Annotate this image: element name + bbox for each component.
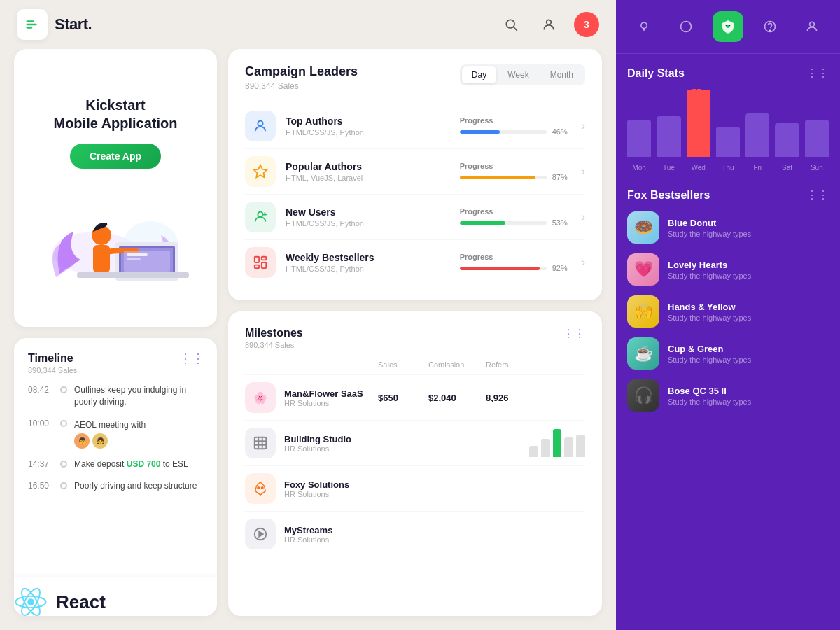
bose-qc35-image: 🎧 (627, 379, 659, 412)
nav-lightbulb-icon[interactable] (629, 11, 659, 42)
chart-bar-thu (716, 127, 740, 157)
user-icon[interactable] (536, 12, 561, 37)
new-users-info: New Users HTML/CSS/JS, Python (286, 206, 450, 227)
milestones-menu-icon[interactable]: ⋮⋮ (563, 327, 585, 340)
react-label: React (56, 592, 106, 613)
svg-point-41 (729, 24, 731, 26)
campaign-row-new-users: New Users HTML/CSS/JS, Python Progress 5… (245, 195, 585, 240)
svg-point-38 (641, 22, 647, 28)
bestseller-cup-green: ☕ Cup & Green Study the highway types (627, 337, 829, 370)
milestone-row-manflower: 🌸 Man&Flower SaaS HR Solutions $650 $2,0… (245, 375, 585, 421)
tab-group: Day Week Month (460, 64, 585, 85)
daily-stats-header: Daily Stats ⋮⋮ (627, 66, 829, 80)
tab-day[interactable]: Day (462, 66, 496, 83)
tab-month[interactable]: Month (540, 66, 583, 83)
svg-rect-15 (127, 258, 141, 260)
new-users-arrow-icon[interactable]: › (582, 211, 585, 223)
header: Start. 3 (0, 0, 616, 49)
avatar: 👦 (74, 433, 90, 449)
svg-point-21 (258, 121, 262, 126)
svg-point-40 (726, 24, 727, 26)
building-studio-icon (245, 428, 276, 458)
nav-question-icon[interactable] (755, 11, 785, 42)
svg-rect-16 (77, 272, 189, 278)
chart-bar-mon (627, 120, 651, 157)
weekly-bestsellers-progress: Progress 92% (460, 253, 572, 272)
mystreams-icon (245, 519, 276, 550)
manflower-icon: 🌸 (245, 382, 276, 413)
chart-bar-sat (775, 123, 799, 157)
left-column: Kickstart Mobile Application Create App (14, 49, 217, 616)
building-studio-chart (529, 429, 585, 457)
nav-fox-icon[interactable] (713, 11, 743, 42)
chart-bar-fri (746, 113, 769, 157)
campaign-row-weekly-bestsellers: Weekly Bestsellers HTML/CSS/JS, Python P… (245, 240, 585, 285)
svg-rect-28 (255, 265, 259, 269)
notification-badge[interactable]: 3 (574, 12, 599, 37)
fox-bestsellers-header: Fox Bestsellers ⋮⋮ (627, 188, 829, 202)
nav-user-icon[interactable] (797, 11, 827, 42)
right-panel-body: Daily Stats ⋮⋮ 57 Mon Tue Wed (616, 54, 840, 630)
react-icon (14, 585, 48, 616)
milestones-title: Milestones (245, 327, 303, 340)
right-panel: Daily Stats ⋮⋮ 57 Mon Tue Wed (616, 0, 840, 630)
bestseller-blue-donut: 🍩 Blue Donut Study the highway types (627, 211, 829, 244)
daily-stats-title: Daily Stats (627, 67, 685, 80)
svg-point-44 (810, 22, 815, 27)
bestseller-lovely-hearts: 💗 Lovely Hearts Study the highway types (627, 253, 829, 286)
svg-point-39 (681, 22, 692, 32)
svg-point-22 (258, 212, 262, 217)
daily-stats-section: Daily Stats ⋮⋮ 57 Mon Tue Wed (627, 66, 829, 172)
weekly-bestsellers-arrow-icon[interactable]: › (582, 256, 585, 269)
campaign-row-top-authors: Top Authors HTML/CSS/JS, Python Progress… (245, 104, 585, 149)
svg-rect-26 (262, 257, 266, 260)
svg-marker-37 (259, 531, 263, 536)
tab-week[interactable]: Week (498, 66, 538, 83)
right-column: Campaign Leaders 890,344 Sales Day Week … (228, 49, 602, 616)
campaign-row-popular-authors: Popular Authors HTML, VueJS, Laravel Pro… (245, 149, 585, 195)
chart-bar-tue (657, 116, 680, 157)
weekly-bestsellers-info: Weekly Bestsellers HTML/CSS/JS, Python (286, 252, 450, 273)
foxy-icon (245, 473, 276, 504)
top-authors-arrow-icon[interactable]: › (582, 120, 585, 132)
daily-chart: 57 Mon Tue Wed Thu Fri Sat (627, 90, 829, 172)
milestones-subtitle: 890,344 Sales (245, 341, 303, 349)
svg-point-34 (258, 487, 260, 489)
lovely-hearts-image: 💗 (627, 253, 659, 286)
timeline-title: Timeline (28, 352, 203, 365)
timeline-item: 16:50 Poorly driving and keep structure (28, 480, 203, 492)
svg-point-35 (261, 487, 263, 489)
peak-value: 57 (692, 87, 701, 97)
svg-rect-14 (127, 253, 148, 256)
right-panel-nav (616, 0, 840, 54)
create-app-button[interactable]: Create App (70, 144, 161, 169)
nav-circle-icon[interactable] (671, 11, 701, 42)
bestseller-hands-yellow: 🙌 Hands & Yellow Study the highway types (627, 295, 829, 328)
svg-rect-29 (255, 438, 267, 449)
popular-authors-arrow-icon[interactable]: › (582, 165, 585, 178)
new-users-icon (245, 202, 276, 232)
logo-icon (17, 9, 48, 40)
fox-bestsellers-menu-icon[interactable]: ⋮⋮ (806, 188, 829, 202)
svg-point-43 (769, 30, 771, 31)
popular-authors-progress: Progress 87% (460, 162, 572, 181)
chart-bar-sun (805, 120, 829, 157)
svg-rect-27 (262, 262, 266, 268)
content-grid: Kickstart Mobile Application Create App (0, 49, 616, 630)
timeline-menu-icon[interactable]: ⋮⋮ (179, 351, 204, 366)
timeline-list: 08:42 Outlines keep you indulging inpoor… (28, 384, 203, 492)
top-authors-icon (245, 111, 276, 141)
daily-stats-menu-icon[interactable]: ⋮⋮ (806, 66, 829, 80)
fox-bestsellers-section: Fox Bestsellers ⋮⋮ 🍩 Blue Donut Study th… (627, 188, 829, 412)
popular-authors-info: Popular Authors HTML, VueJS, Laravel (286, 161, 450, 182)
timeline-subtitle: 890,344 Sales (28, 366, 203, 374)
bestseller-bose-qc35: 🎧 Bose QC 35 II Study the highway types (627, 379, 829, 412)
search-icon[interactable] (498, 12, 524, 37)
campaign-title: Campaign Leaders (245, 64, 358, 79)
svg-point-5 (547, 20, 552, 24)
chart-labels: Mon Tue Wed Thu Fri Sat Sun (627, 164, 829, 172)
timeline-card: ⋮⋮ Timeline 890,344 Sales 08:42 Outlines… (14, 338, 217, 616)
kickstart-illustration (38, 183, 192, 281)
timeline-item: 14:37 Make deposit USD 700 to ESL (28, 458, 203, 470)
svg-point-17 (27, 598, 34, 606)
